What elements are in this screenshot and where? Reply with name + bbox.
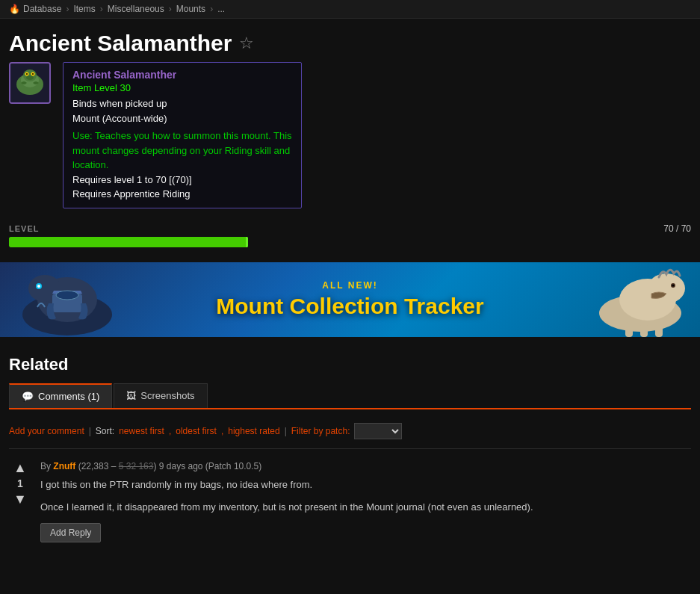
level-label: LEVEL bbox=[9, 224, 39, 233]
sort-newest-link[interactable]: newest first bbox=[119, 426, 164, 436]
banner-title: Mount Collection Tracker bbox=[216, 294, 483, 319]
comments-icon: 💬 bbox=[22, 391, 34, 402]
page-header: Ancient Salamanther ☆ bbox=[0, 19, 700, 62]
breadcrumb-current: ... bbox=[217, 4, 225, 14]
comment-meta: By Znuff (22,383 – 5 32 163) 9 days ago … bbox=[40, 461, 691, 471]
comment-body: By Znuff (22,383 – 5 32 163) 9 days ago … bbox=[40, 461, 691, 543]
tooltip-req1: Requires level 1 to 70 [(70)] bbox=[72, 173, 292, 188]
sort-oldest-link[interactable]: oldest first bbox=[176, 426, 217, 436]
svg-point-14 bbox=[37, 285, 40, 288]
level-bar-fill bbox=[9, 237, 248, 247]
right-creature-svg bbox=[580, 262, 700, 337]
tabs-row: 💬 Comments (1) 🖼 Screenshots bbox=[9, 383, 691, 409]
vote-down-button[interactable]: ▼ bbox=[13, 492, 27, 506]
tooltip-ilvl: Item Level 30 bbox=[72, 82, 292, 93]
svg-point-15 bbox=[56, 291, 78, 300]
level-bar-bg bbox=[9, 237, 248, 247]
add-comment-link[interactable]: Add your comment bbox=[9, 426, 84, 436]
comment-line-1: I got this on the PTR randomly in my bag… bbox=[40, 477, 691, 493]
tab-screenshots[interactable]: 🖼 Screenshots bbox=[114, 383, 207, 408]
tooltip-box: Ancient Salamanther Item Level 30 Binds … bbox=[63, 62, 302, 208]
level-value: 70 / 70 bbox=[663, 223, 691, 234]
breadcrumb-mounts[interactable]: Mounts bbox=[176, 4, 205, 14]
sort-pipe-1: | bbox=[89, 426, 91, 436]
breadcrumb-sep-2: › bbox=[100, 4, 103, 14]
tooltip-type: Mount (Account-wide) bbox=[72, 111, 292, 126]
banner-text-area: ALL NEW! Mount Collection Tracker bbox=[216, 280, 483, 319]
banner-all-new-label: ALL NEW! bbox=[216, 280, 483, 291]
tab-comments-label: Comments (1) bbox=[38, 391, 99, 402]
banner-left-creature bbox=[0, 262, 134, 337]
mount-collection-banner[interactable]: ALL NEW! Mount Collection Tracker bbox=[0, 262, 700, 337]
svg-point-18 bbox=[648, 273, 685, 303]
item-icon bbox=[9, 62, 51, 104]
banner-right-creature bbox=[580, 262, 700, 337]
svg-point-7 bbox=[32, 73, 34, 75]
breadcrumb: 🔥 Database › Items › Miscellaneous › Mou… bbox=[0, 0, 700, 19]
vote-count: 1 bbox=[17, 477, 23, 489]
comment-1: ▲ 1 ▼ By Znuff (22,383 – 5 32 163) 9 day… bbox=[9, 448, 691, 543]
filter-label: Filter by patch: bbox=[291, 426, 350, 436]
flame-icon: 🔥 bbox=[9, 4, 20, 14]
level-bar-marker bbox=[246, 237, 248, 247]
breadcrumb-sep-1: › bbox=[66, 4, 69, 14]
add-reply-button[interactable]: Add Reply bbox=[40, 523, 101, 542]
tab-screenshots-label: Screenshots bbox=[140, 390, 194, 401]
level-bar-section: LEVEL 70 / 70 bbox=[0, 223, 700, 262]
left-creature-svg bbox=[0, 262, 134, 337]
svg-point-21 bbox=[672, 284, 675, 286]
level-label-row: LEVEL 70 / 70 bbox=[9, 223, 691, 234]
breadcrumb-database[interactable]: Database bbox=[23, 4, 61, 14]
sort-row: Add your comment | Sort: newest first, o… bbox=[9, 418, 691, 448]
sort-label: Sort: bbox=[96, 426, 114, 436]
favorite-star-icon[interactable]: ☆ bbox=[239, 34, 254, 53]
tooltip-mount-label: Mount bbox=[72, 113, 99, 124]
comment-points: 22,383 bbox=[81, 461, 109, 471]
related-title: Related bbox=[9, 355, 691, 374]
screenshots-icon: 🖼 bbox=[126, 390, 136, 401]
item-card-area: Ancient Salamanther Item Level 30 Binds … bbox=[0, 62, 700, 223]
tooltip-account-wide: (Account-wide) bbox=[102, 113, 167, 124]
tooltip-req2: Requires Apprentice Riding bbox=[72, 187, 292, 202]
comment-score-strikethrough: 5 32 163 bbox=[119, 461, 154, 471]
tooltip-use: Use: Teaches you how to summon this moun… bbox=[72, 129, 292, 173]
comment-time: 9 days ago bbox=[159, 461, 203, 471]
vote-column: ▲ 1 ▼ bbox=[9, 461, 31, 506]
patch-filter-select[interactable]: 10.0.5 10.0.2 bbox=[354, 423, 402, 439]
svg-point-8 bbox=[26, 75, 34, 80]
svg-rect-23 bbox=[640, 324, 648, 337]
item-icon-svg bbox=[10, 64, 49, 102]
breadcrumb-sep-4: › bbox=[210, 4, 213, 14]
comment-sep: – bbox=[111, 461, 119, 471]
tooltip-name: Ancient Salamanther bbox=[72, 69, 292, 81]
svg-rect-22 bbox=[625, 322, 633, 337]
comment-author[interactable]: Znuff bbox=[53, 461, 75, 471]
breadcrumb-miscellaneous[interactable]: Miscellaneous bbox=[108, 4, 164, 14]
tab-comments[interactable]: 💬 Comments (1) bbox=[9, 383, 112, 408]
sort-highest-link[interactable]: highest rated bbox=[228, 426, 279, 436]
comment-line-2: Once I learned it, it disappeared from m… bbox=[40, 500, 691, 516]
comment-patch: Patch 10.0.5 bbox=[208, 461, 258, 471]
svg-rect-24 bbox=[655, 322, 663, 337]
breadcrumb-sep-3: › bbox=[169, 4, 172, 14]
page-title: Ancient Salamanther bbox=[9, 31, 232, 56]
vote-up-button[interactable]: ▲ bbox=[13, 461, 27, 474]
tooltip-bind: Binds when picked up bbox=[72, 96, 292, 111]
svg-point-6 bbox=[26, 73, 28, 75]
related-section: Related 💬 Comments (1) 🖼 Screenshots Add… bbox=[0, 355, 700, 543]
breadcrumb-items[interactable]: Items bbox=[73, 4, 95, 14]
sort-pipe-2: | bbox=[285, 426, 287, 436]
